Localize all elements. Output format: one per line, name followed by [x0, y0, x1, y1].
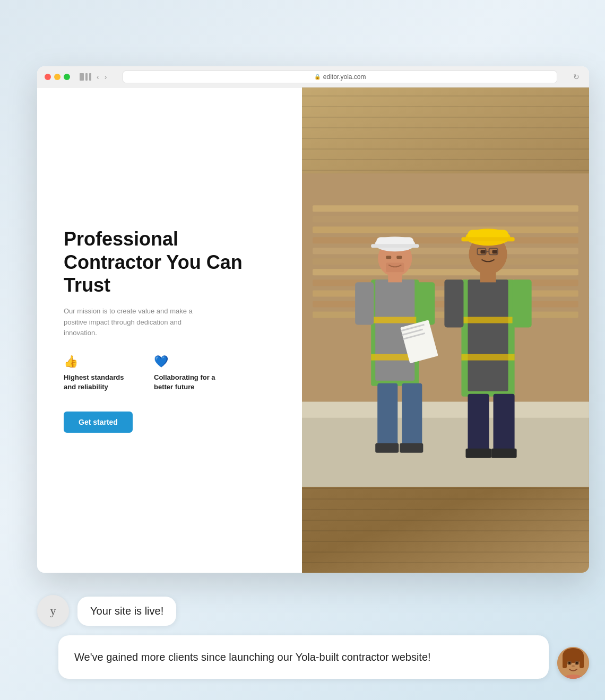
- svg-point-63: [568, 662, 571, 664]
- hero-subtitle: Our mission is to create value and make …: [64, 306, 212, 339]
- svg-rect-7: [313, 269, 578, 275]
- close-button[interactable]: [45, 74, 51, 80]
- chat-message-2: We've gained more clients since launchin…: [37, 635, 589, 679]
- thumbsup-icon: 👍: [64, 355, 133, 369]
- svg-rect-39: [462, 354, 515, 361]
- svg-rect-22: [386, 256, 391, 259]
- feature-item-1: 👍 Highest standards and reliability: [64, 355, 133, 392]
- svg-rect-51: [462, 237, 515, 241]
- heart-icon: 💙: [154, 355, 223, 369]
- browser-window: ‹ › 🔒 editor.yola.com ↻ Professional Con…: [37, 66, 589, 573]
- chat-bubble-1: Your site is live!: [77, 597, 176, 626]
- svg-rect-34: [375, 443, 399, 453]
- browser-content: Professional Contractor You Can Trust Ou…: [37, 88, 589, 573]
- svg-rect-13: [302, 402, 589, 418]
- features-row: 👍 Highest standards and reliability 💙 Co…: [64, 355, 275, 392]
- feature-item-2: 💙 Collaborating for a better future: [154, 355, 223, 392]
- svg-rect-27: [371, 244, 419, 248]
- user-avatar: [557, 647, 589, 679]
- svg-rect-40: [445, 279, 464, 327]
- sidebar-toggle[interactable]: [80, 73, 91, 81]
- chat-message-1: y Your site is live!: [37, 595, 589, 627]
- svg-rect-55: [491, 449, 517, 458]
- yola-avatar: y: [37, 595, 69, 627]
- svg-rect-60: [580, 658, 584, 668]
- svg-point-64: [576, 662, 578, 664]
- feature1-label: Highest standards and reliability: [64, 373, 133, 392]
- address-bar[interactable]: 🔒 editor.yola.com: [123, 71, 557, 83]
- construction-scene: [302, 88, 589, 573]
- user-avatar-svg: [557, 647, 589, 679]
- svg-rect-59: [563, 658, 567, 668]
- svg-point-65: [572, 665, 575, 667]
- svg-rect-5: [313, 248, 578, 254]
- hero-title: Professional Contractor You Can Trust: [64, 228, 275, 296]
- svg-rect-4: [313, 237, 578, 243]
- maximize-button[interactable]: [64, 74, 70, 80]
- svg-rect-24: [386, 262, 404, 272]
- svg-rect-1: [313, 205, 578, 212]
- yola-letter: y: [50, 604, 56, 618]
- back-button[interactable]: ‹: [97, 73, 99, 81]
- get-started-button[interactable]: Get started: [64, 412, 133, 433]
- svg-rect-33: [402, 383, 422, 447]
- reload-button[interactable]: ↻: [573, 73, 582, 81]
- traffic-lights: [45, 74, 70, 80]
- svg-rect-3: [313, 226, 578, 233]
- chat-bubble-2: We've gained more clients since launchin…: [58, 635, 549, 679]
- svg-rect-19: [417, 282, 435, 325]
- browser-chrome: ‹ › 🔒 editor.yola.com ↻: [37, 66, 589, 88]
- feature2-label: Collaborating for a better future: [154, 373, 223, 392]
- svg-rect-38: [462, 317, 515, 323]
- svg-rect-2: [313, 216, 578, 222]
- svg-rect-54: [466, 449, 491, 458]
- hero-image-panel: [302, 88, 589, 573]
- svg-rect-37: [468, 279, 508, 391]
- hero-panel: Professional Contractor You Can Trust Ou…: [37, 88, 302, 573]
- message1-text: Your site is live!: [90, 605, 163, 617]
- svg-rect-23: [396, 256, 402, 259]
- svg-rect-32: [377, 383, 397, 447]
- svg-rect-16: [371, 317, 419, 323]
- svg-rect-35: [400, 443, 423, 453]
- svg-rect-52: [468, 394, 489, 452]
- url-text: editor.yola.com: [323, 73, 366, 81]
- svg-rect-53: [494, 394, 515, 452]
- minimize-button[interactable]: [54, 74, 60, 80]
- svg-rect-6: [313, 258, 578, 265]
- message2-text: We've gained more clients since launchin…: [74, 651, 431, 663]
- forward-button[interactable]: ›: [105, 73, 107, 81]
- svg-rect-18: [355, 282, 374, 325]
- svg-rect-41: [513, 279, 532, 327]
- lock-icon: 🔒: [314, 74, 321, 80]
- chat-area: y Your site is live! We've gained more c…: [37, 595, 589, 679]
